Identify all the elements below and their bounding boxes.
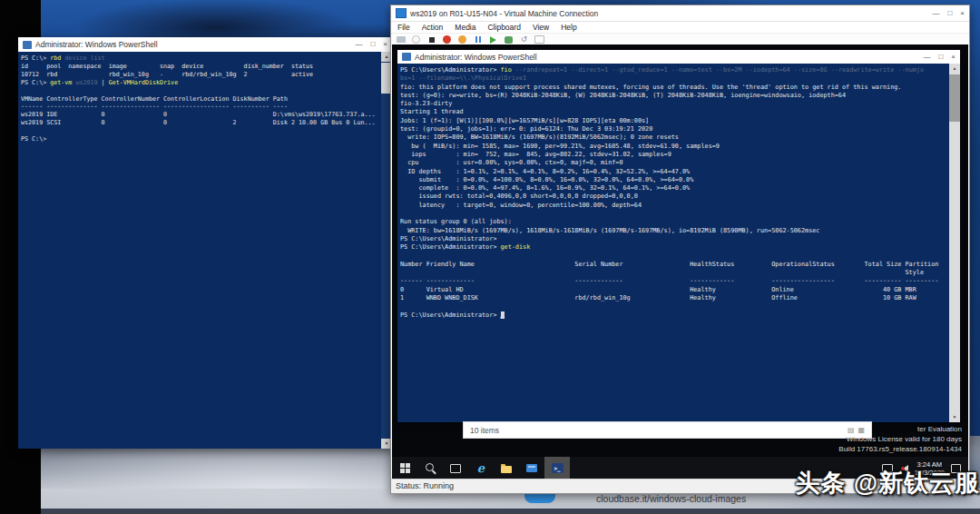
terminal-line: write: IOPS=809, BW=1618MiB/s (1697MB/s)… <box>400 133 947 142</box>
host-powershell-title: Administrator: Windows PowerShell <box>35 40 158 49</box>
terminal-line: ------ -------------- ---------------- -… <box>21 103 379 111</box>
terminal-line: 1 WNBD WNBD_DISK rbd/rbd_win_10g Healthy… <box>400 294 947 302</box>
terminal-line <box>21 127 379 135</box>
terminal-line: 0 Virtual HD Healthy Online 40 GB MBR <box>400 286 947 294</box>
search-icon <box>426 463 434 471</box>
internet-explorer-icon: e <box>477 461 485 475</box>
terminal-line: bw ( MiB/s): min= 1585, max= 1690, per=9… <box>400 143 947 151</box>
watermark: 头条 @新钛云服 <box>771 467 980 499</box>
guest-powershell-console[interactable]: PS C:\Users\Administrator> fio --randrep… <box>397 64 960 422</box>
menu-help[interactable]: Help <box>561 23 576 32</box>
explorer-status-bar[interactable]: 10 items ▤ ▦ <box>463 421 872 439</box>
terminal-line: VMName ControllerType ControllerNumber C… <box>21 95 379 104</box>
guest-powershell-title: Administrator: Windows PowerShell <box>415 53 537 62</box>
menu-media[interactable]: Media <box>455 23 475 32</box>
terminal-line: Style <box>400 269 947 277</box>
checkpoint-icon[interactable] <box>504 35 514 44</box>
terminal-line: complete : 0=0.0%, 4=97.4%, 8=1.6%, 16=0… <box>400 184 947 193</box>
windows-license-text: ter Evaluation Windows License valid for… <box>838 424 962 454</box>
terminal-line: id pool namespace image snap device disk… <box>21 63 379 71</box>
start-icon[interactable] <box>488 35 498 44</box>
terminal-line: fio-3.23-dirty <box>400 100 947 108</box>
menu-file[interactable]: File <box>397 23 410 32</box>
terminal-line: WRITE: bw=1618MiB/s (1697MB/s), 1618MiB/… <box>400 227 947 235</box>
wallpaper-bottom-strip <box>0 509 980 514</box>
powershell-icon: >_ <box>552 463 564 473</box>
maximize-button[interactable]: □ <box>370 37 375 52</box>
folder-icon <box>501 466 512 473</box>
terminal-line: PS C:\Users\Administrator> get-disk <box>400 243 947 252</box>
save-state-icon[interactable] <box>457 35 467 44</box>
terminal-line: Run status group 0 (all jobs): <box>400 218 947 226</box>
terminal-line: PS C:\> get-vm ws2019 | Get-VMHardDiskDr… <box>21 79 379 87</box>
terminal-line <box>400 252 947 261</box>
terminal-line: latency : target=0, window=0, percentile… <box>400 202 947 210</box>
terminal-line <box>400 302 947 311</box>
terminal-line: cpu : usr=0.00%, sys=0.00%, ctx=0, majf=… <box>400 159 947 167</box>
terminal-line: PS C:\Users\Administrator> fio --randrep… <box>400 66 947 74</box>
host-terminal: PS C:\> rbd device listid pool namespace… <box>21 54 379 449</box>
server-manager-button[interactable] <box>519 457 544 479</box>
guest-powershell-titlebar[interactable]: Administrator: Windows PowerShell — □ × <box>397 50 960 64</box>
internet-explorer-button[interactable]: e <box>468 457 494 479</box>
license-line-2: Windows License valid for 180 days <box>838 434 962 444</box>
maximize-button[interactable]: □ <box>947 6 952 21</box>
terminal-line: bs=1 --filename=\\.\PhysicalDrive1 <box>400 74 947 83</box>
host-powershell-window[interactable]: Administrator: Windows PowerShell — □ × … <box>18 37 392 449</box>
turn-off-icon[interactable] <box>426 35 436 44</box>
terminal-line: 10712 rbd rbd_win_10g - rbd/rbd_win_10g … <box>21 71 379 79</box>
guest-screen[interactable]: Administrator: Windows PowerShell — □ × … <box>392 44 968 479</box>
close-button[interactable]: × <box>951 50 956 64</box>
minimize-button[interactable]: — <box>923 50 930 64</box>
host-powershell-console[interactable]: PS C:\> rbd device listid pool namespace… <box>18 52 392 449</box>
close-button[interactable]: × <box>960 6 965 21</box>
close-button[interactable]: × <box>383 37 387 52</box>
terminal-line: ws2019 SCSI 0 0 2 Disk 2 10.00 GB Bus 0 … <box>21 119 379 127</box>
start-button[interactable] <box>392 457 417 479</box>
shut-down-icon[interactable] <box>442 35 452 44</box>
search-button[interactable] <box>417 457 443 479</box>
host-powershell-titlebar[interactable]: Administrator: Windows PowerShell — □ × <box>18 37 392 53</box>
terminal-line: PS C:\> <box>21 135 379 143</box>
minimize-button[interactable]: — <box>355 37 362 52</box>
revert-icon[interactable]: ↺ <box>519 35 529 44</box>
terminal-line: PS C:\Users\Administrator> <box>400 235 947 243</box>
minimize-button[interactable]: — <box>932 6 939 21</box>
maximize-button[interactable]: □ <box>938 50 943 64</box>
ctrl-alt-del-icon[interactable] <box>396 35 406 44</box>
scrollbar-thumb[interactable] <box>949 74 960 122</box>
task-view-icon <box>450 464 461 473</box>
guest-powershell-window[interactable]: Administrator: Windows PowerShell — □ × … <box>397 50 960 422</box>
guest-terminal: PS C:\Users\Administrator> fio --randrep… <box>400 66 947 422</box>
terminal-line: PS C:\> rbd device list <box>21 54 379 63</box>
terminal-line <box>400 210 947 218</box>
menu-clipboard[interactable]: Clipboard <box>487 23 520 32</box>
file-explorer-button[interactable] <box>494 457 519 479</box>
terminal-line: PS C:\Users\Administrator> ▂ <box>400 311 947 320</box>
vm-connection-window[interactable]: ws2019 on R01-U15-N04 - Virtual Machine … <box>390 5 970 494</box>
terminal-line: issued rwts: total=0,4096,0,0 short=0,0,… <box>400 193 947 201</box>
desktop: cloudbase.it/windows-cloud-images Admini… <box>0 0 980 514</box>
vm-title: ws2019 on R01-U15-N04 - Virtual Machine … <box>410 9 598 18</box>
terminal-line: Jobs: 1 (f=1): [W(1)][100.0%][w=1657MiB/… <box>400 117 947 125</box>
scroll-down-icon[interactable]: ▼ <box>949 412 960 422</box>
license-line-3: Build 17763.rs5_release.180914-1434 <box>838 444 962 454</box>
enhanced-session-icon[interactable] <box>534 35 544 44</box>
vm-menubar: File Action Media Clipboard View Help <box>391 22 969 34</box>
menu-view[interactable]: View <box>533 23 549 32</box>
scroll-up-icon[interactable]: ▲ <box>949 64 960 74</box>
guest-scrollbar[interactable]: ▲ ▼ <box>949 64 960 422</box>
menu-action[interactable]: Action <box>422 23 444 32</box>
terminal-line: fio: this platform does not support proc… <box>400 84 947 92</box>
pause-icon[interactable] <box>473 35 483 44</box>
license-line-1: ter Evaluation <box>838 424 962 434</box>
power-icon[interactable] <box>411 35 421 44</box>
powershell-taskbar-button[interactable]: >_ <box>544 457 570 479</box>
task-view-button[interactable] <box>443 457 468 479</box>
wallpaper-caption: cloudbase.it/windows-cloud-images <box>596 493 746 504</box>
terminal-line: test: (groupid=0, jobs=1): err= 0: pid=6… <box>400 125 947 133</box>
powershell-icon <box>402 53 411 61</box>
terminal-line: IO depths : 1=0.1%, 2=0.1%, 4=0.1%, 8=0.… <box>400 168 947 176</box>
terminal-line: Number Friendly Name Serial Number Healt… <box>400 261 947 269</box>
vm-titlebar[interactable]: ws2019 on R01-U15-N04 - Virtual Machine … <box>391 5 969 22</box>
